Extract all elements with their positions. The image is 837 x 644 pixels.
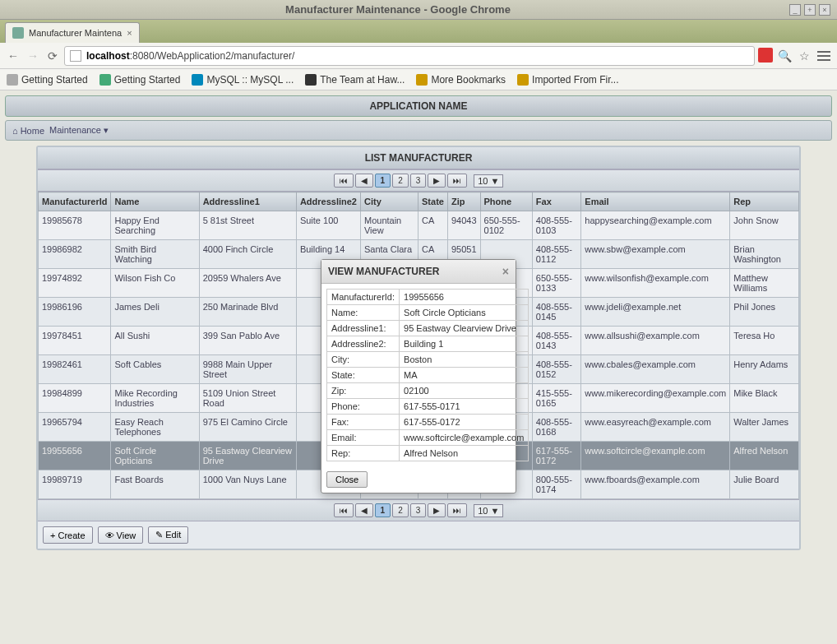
page-last-icon[interactable]: ⏭ [447,503,467,517]
table-cell: 19984899 [39,384,111,413]
menu-icon[interactable] [816,48,832,64]
table-cell: www.sbw@example.com [581,240,730,269]
column-header[interactable]: ManufacturerId [39,192,111,211]
column-header[interactable]: State [418,192,448,211]
column-header[interactable]: Email [581,192,730,211]
bookmark-item[interactable]: Imported From Fir... [517,74,618,86]
table-cell: Matthew Williams [730,269,799,298]
table-cell: All Sushi [111,327,199,355]
dialog-title: VIEW MANUFACTURER [328,266,439,277]
bookmark-icon [7,74,18,86]
bookmark-bar: Getting StartedGetting StartedMySQL :: M… [0,69,837,90]
page-first-icon[interactable]: ⏮ [334,503,354,517]
paginator-bottom: ⏮◀123▶⏭10 ▼ [38,499,799,521]
column-header[interactable]: Fax [532,192,581,211]
tab-close-icon[interactable]: × [127,28,132,38]
field-value: www.softcircle@example.com [400,430,529,446]
table-cell: 19965794 [39,413,111,442]
minimize-icon[interactable]: _ [789,4,801,16]
table-cell: Mike Recording Industries [111,384,199,413]
page-prev-icon[interactable]: ◀ [355,503,373,517]
table-row[interactable]: 19985678Happy End Searching5 81st Street… [39,211,799,240]
column-header[interactable]: Addressline2 [296,192,360,211]
table-cell: Soft Cables [111,355,199,384]
table-cell: 95 Eastway Clearview Drive [199,442,296,470]
edit-button[interactable]: ✎ Edit [148,526,188,544]
page-next-icon[interactable]: ▶ [428,503,446,517]
bookmark-icon [192,74,203,86]
bookmark-item[interactable]: The Team at Haw... [305,74,405,86]
page-number[interactable]: 2 [392,174,409,188]
back-icon[interactable]: ← [5,48,21,64]
dialog-header[interactable]: VIEW MANUFACTURER × [321,260,516,284]
field-label: Addressline2: [327,336,400,352]
page-number[interactable]: 1 [375,503,391,517]
table-cell: CA [418,211,448,240]
field-label: Email: [327,430,400,446]
page-first-icon[interactable]: ⏮ [334,174,354,188]
create-button[interactable]: + Create [43,526,93,544]
bookmark-item[interactable]: MySQL :: MySQL ... [192,74,294,86]
column-header[interactable]: City [360,192,418,211]
table-cell: Fast Boards [111,470,199,499]
page-next-icon[interactable]: ▶ [428,174,446,188]
field-value: MA [400,368,529,383]
column-header[interactable]: Phone [480,192,532,211]
column-header[interactable]: Rep [730,192,799,211]
bookmark-item[interactable]: Getting Started [7,74,88,86]
page-last-icon[interactable]: ⏭ [447,174,467,188]
table-cell: Walter James [730,413,799,442]
field-value: Building 1 [400,336,529,352]
table-cell: 408-555-0103 [532,211,581,240]
table-cell: www.wilsonfish@example.com [581,269,730,298]
zoom-icon[interactable]: 🔍 [776,48,793,64]
bookmark-icon [517,74,529,86]
table-cell: Soft Circle Opticians [111,442,199,470]
table-cell: 650-555-0133 [532,269,581,298]
page-number[interactable]: 2 [392,503,409,517]
table-cell: James Deli [111,298,199,327]
breadcrumb: Home Maintenance ▾ [5,120,832,141]
table-cell: Suite 100 [296,211,360,240]
table-cell: Wilson Fish Co [111,269,199,298]
bookmark-star-icon[interactable]: ☆ [796,48,812,64]
table-cell: Henry Adams [730,355,799,384]
field-value: 617-555-0172 [400,415,529,430]
breadcrumb-home[interactable]: Home [12,126,44,136]
view-button[interactable]: 👁 View [98,526,144,544]
dialog-close-icon[interactable]: × [502,265,509,278]
page-number[interactable]: 3 [410,503,427,517]
page-icon [70,50,81,62]
table-cell: 800-555-0174 [532,470,581,499]
table-cell: 94043 [447,211,480,240]
reload-icon[interactable]: ⟳ [44,48,61,64]
url-input[interactable]: localhost:8080/WebApplication2/manufactu… [64,46,755,66]
column-header[interactable]: Addressline1 [199,192,296,211]
tab-title: Manufacturer Maintena [29,28,122,38]
maximize-icon[interactable]: + [804,4,816,16]
table-cell: www.easyreach@example.com [581,413,730,442]
bookmark-item[interactable]: More Bookmarks [416,74,506,86]
table-cell: Mike Black [730,384,799,413]
breadcrumb-item[interactable]: Maintenance ▾ [49,125,109,136]
bookmark-icon [99,74,111,86]
table-cell: 19986196 [39,298,111,327]
page-number[interactable]: 3 [410,174,427,188]
column-header[interactable]: Zip [447,192,480,211]
extension-icon[interactable] [758,48,773,63]
table-cell: 408-555-0168 [532,413,581,442]
page-size-select[interactable]: 10 ▼ [474,174,503,188]
browser-tab[interactable]: Manufacturer Maintena × [5,22,140,43]
table-cell: John Snow [730,211,799,240]
table-cell: 975 El Camino Circle [199,413,296,442]
bookmark-item[interactable]: Getting Started [99,74,181,86]
field-label: Phone: [327,399,400,415]
forward-icon[interactable]: → [25,48,41,64]
page-prev-icon[interactable]: ◀ [355,174,373,188]
close-window-icon[interactable]: × [819,4,830,16]
table-cell: www.allsushi@example.com [581,327,730,355]
page-size-select[interactable]: 10 ▼ [474,504,503,517]
column-header[interactable]: Name [111,192,199,211]
close-button[interactable]: Close [326,471,368,488]
page-number[interactable]: 1 [375,174,391,188]
